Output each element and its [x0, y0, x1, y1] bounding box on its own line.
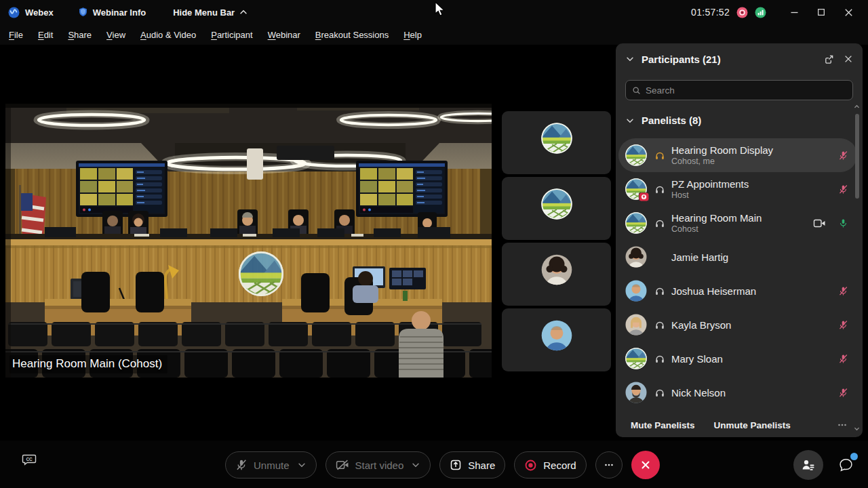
participant-row[interactable]: Nick Nelson — [618, 375, 857, 409]
participant-name: PZ Appointments — [671, 178, 837, 190]
menu-item-audio-video[interactable]: Audio & Video — [140, 30, 196, 40]
menu-item-breakout-sessions[interactable]: Breakout Sessions — [315, 30, 389, 40]
unmute-button[interactable]: Unmute — [225, 451, 317, 479]
headset-icon — [654, 353, 666, 364]
participants-panel: Participants (21) Panelists (8) Hearing … — [616, 43, 863, 437]
main-video-tile[interactable]: Hearing Room Main (Cohost) — [5, 104, 492, 378]
scrollbar-thumb[interactable] — [855, 114, 859, 199]
participant-row[interactable]: Jamie Hartig — [618, 240, 857, 274]
participant-role: Cohost, me — [671, 157, 837, 166]
hide-menu-bar-button[interactable]: Hide Menu Bar — [173, 7, 248, 18]
close-panel-icon[interactable] — [844, 54, 853, 64]
more-options-icon — [604, 460, 614, 470]
avatar — [625, 246, 647, 268]
start-video-button[interactable]: Start video — [326, 451, 431, 479]
scroll-up-icon[interactable] — [853, 103, 861, 110]
menu-item-webinar[interactable]: Webinar — [268, 30, 300, 40]
share-label: Share — [468, 460, 495, 471]
mic-muted-icon[interactable] — [837, 150, 849, 161]
video-thumbnail[interactable] — [502, 308, 611, 371]
headset-icon — [654, 285, 666, 296]
closed-captions-button[interactable]: CC — [22, 453, 37, 466]
unmute-panelists-button[interactable]: Unmute Panelists — [714, 420, 791, 430]
participant-info: Kayla Bryson — [671, 319, 837, 331]
chat-notification-dot — [850, 453, 858, 460]
avatar — [541, 123, 572, 154]
participant-info: Nick Nelson — [671, 387, 837, 399]
webinar-info-button[interactable]: Webinar Info — [78, 7, 146, 18]
window-close-button[interactable] — [838, 2, 859, 22]
participant-row[interactable]: Hearing Room MainCohost — [618, 206, 857, 240]
menu-item-help[interactable]: Help — [403, 30, 422, 40]
participant-info: Hearing Room DisplayCohost, me — [671, 144, 837, 166]
start-video-label: Start video — [355, 460, 404, 471]
panelists-count-label: Panelists (8) — [642, 115, 701, 126]
app-name: Webex — [25, 7, 54, 18]
search-input[interactable] — [646, 85, 846, 96]
menu-item-participant[interactable]: Participant — [211, 30, 252, 40]
avatar — [625, 178, 647, 200]
participants-toggle-button[interactable] — [793, 450, 823, 480]
participant-row[interactable]: Kayla Bryson — [618, 308, 857, 342]
panel-more-options-icon[interactable] — [837, 420, 848, 430]
panel-scrollbar[interactable] — [854, 108, 860, 427]
menu-item-file[interactable]: File — [9, 30, 23, 40]
participant-info: Joshua Heiserman — [671, 285, 837, 297]
window-minimize-button[interactable] — [784, 2, 804, 22]
avatar — [541, 188, 572, 220]
mic-muted-icon[interactable] — [837, 286, 849, 296]
headset-icon — [654, 387, 666, 398]
share-button[interactable]: Share — [439, 451, 505, 479]
menu-item-share[interactable]: Share — [68, 30, 92, 40]
avatar — [541, 254, 572, 285]
record-icon — [524, 459, 537, 472]
participant-name: Joshua Heiserman — [671, 285, 837, 297]
mic-muted-icon[interactable] — [837, 320, 849, 330]
webinar-info-label: Webinar Info — [93, 7, 146, 18]
collapse-panel-chevron-icon[interactable] — [625, 54, 635, 64]
mic-muted-icon[interactable] — [837, 184, 849, 195]
participant-search-box[interactable] — [625, 80, 853, 100]
participant-info: Mary Sloan — [671, 353, 837, 365]
mic-muted-icon[interactable] — [837, 388, 849, 398]
mic-muted-icon[interactable] — [837, 354, 849, 364]
record-button[interactable]: Record — [514, 451, 586, 479]
participants-icon — [801, 458, 816, 472]
participant-row[interactable]: Joshua Heiserman — [618, 274, 857, 308]
window-maximize-button[interactable] — [811, 2, 831, 22]
chat-toggle-button[interactable] — [835, 455, 856, 475]
menu-item-edit[interactable]: Edit — [38, 30, 53, 40]
svg-text:CC: CC — [26, 457, 33, 462]
audio-options-chevron-icon[interactable] — [297, 460, 307, 470]
participant-row[interactable]: PZ AppointmentsHost — [618, 172, 857, 206]
leave-meeting-button[interactable] — [631, 451, 660, 479]
title-bar: Webex Webinar Info Hide Menu Bar 01:57:5… — [0, 0, 868, 24]
section-chevron-icon — [625, 116, 635, 125]
popout-panel-icon[interactable] — [824, 54, 834, 64]
session-timer: 01:57:52 — [691, 7, 730, 18]
participant-name: Hearing Room Main — [671, 212, 811, 224]
menu-item-view[interactable]: View — [106, 30, 125, 40]
control-bar: CC Unmute Start video Share Record — [0, 441, 868, 488]
headset-icon — [654, 319, 666, 330]
mic-active-icon[interactable] — [837, 218, 849, 228]
headset-icon — [654, 184, 666, 195]
unmute-label: Unmute — [254, 460, 290, 471]
participant-role: Host — [671, 190, 837, 200]
sharing-camera-badge-icon — [639, 192, 649, 201]
camera-on-icon — [811, 218, 827, 228]
participant-role: Cohost — [671, 224, 811, 234]
share-icon — [450, 459, 462, 471]
more-options-button[interactable] — [595, 451, 623, 479]
avatar — [625, 382, 647, 403]
participant-row[interactable]: Hearing Room DisplayCohost, me — [618, 138, 857, 172]
video-thumbnail[interactable] — [502, 243, 611, 306]
search-icon — [632, 86, 641, 95]
video-thumbnail[interactable] — [502, 111, 611, 174]
mute-panelists-button[interactable]: Mute Panelists — [631, 420, 695, 430]
panelists-section-header[interactable]: Panelists (8) — [625, 115, 701, 126]
connection-quality-icon — [755, 7, 766, 18]
participant-row[interactable]: Mary Sloan — [618, 342, 857, 375]
video-thumbnail[interactable] — [502, 177, 611, 240]
video-options-chevron-icon[interactable] — [411, 460, 420, 470]
